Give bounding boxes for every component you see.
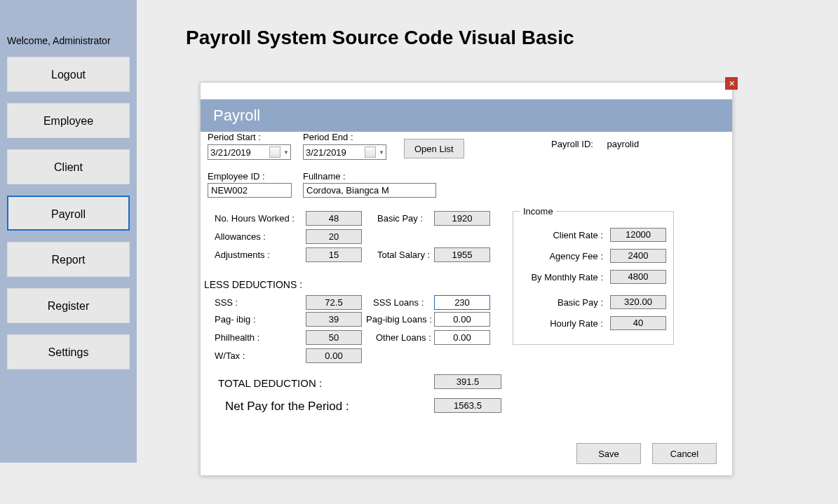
- close-icon[interactable]: ✕: [725, 77, 738, 90]
- philhealth-label: Philhealth :: [215, 332, 259, 343]
- nav-register[interactable]: Register: [7, 288, 130, 323]
- pagibig-loans-input[interactable]: [434, 312, 490, 327]
- total-salary-value: [434, 247, 490, 262]
- hours-value[interactable]: [306, 211, 362, 226]
- open-list-button[interactable]: Open List: [404, 139, 464, 158]
- actions: Save Cancel: [576, 443, 717, 464]
- nav-payroll[interactable]: Payroll: [7, 196, 130, 231]
- calendar-icon[interactable]: [269, 147, 281, 158]
- allowances-value[interactable]: [306, 229, 362, 244]
- payroll-form: Period Start : ▼ Period End : ▼ Open Lis…: [201, 132, 732, 475]
- total-deduction-value: [434, 374, 501, 389]
- netpay-value: [434, 398, 501, 413]
- sss-loans-input[interactable]: [434, 295, 490, 310]
- employee-id-input[interactable]: [208, 183, 292, 198]
- agency-fee-value: 2400: [610, 249, 666, 263]
- allowances-label: Allowances :: [215, 231, 266, 242]
- by-monthly-rate-label: By Monthly Rate :: [531, 272, 603, 282]
- nav-settings[interactable]: Settings: [7, 334, 130, 369]
- fullname-label: Fullname :: [303, 171, 436, 182]
- nav-client[interactable]: Client: [7, 149, 130, 184]
- client-rate-label: Client Rate :: [553, 230, 603, 240]
- payroll-id-label: Payroll ID:: [551, 139, 593, 149]
- nav-report[interactable]: Report: [7, 242, 130, 277]
- chevron-down-icon[interactable]: ▼: [377, 146, 386, 158]
- period-start-input[interactable]: [208, 147, 268, 158]
- employee-id-label: Employee ID :: [208, 171, 292, 182]
- netpay-label: Net Pay for the Period :: [225, 400, 349, 414]
- philhealth-value: [306, 330, 362, 345]
- nav-employee[interactable]: Employee: [7, 103, 130, 138]
- pagibig-loans-label: Pag-ibig Loans :: [366, 314, 432, 325]
- total-deduction-label: TOTAL DEDUCTION :: [218, 377, 322, 389]
- income-basic-pay-label: Basic Pay :: [557, 297, 603, 308]
- other-loans-label: Other Loans :: [376, 332, 431, 343]
- window-titlebar: ✕: [201, 83, 732, 100]
- hourly-rate-value: 40: [610, 316, 666, 330]
- payroll-window: ✕ Payroll Period Start : ▼ Period End : …: [200, 82, 733, 476]
- fullname-input[interactable]: [303, 183, 436, 198]
- payroll-id-value: payrolid: [607, 139, 640, 149]
- agency-fee-label: Agency Fee :: [549, 251, 603, 261]
- basic-pay-label: Basic Pay :: [377, 213, 423, 224]
- period-end-picker[interactable]: ▼: [303, 144, 386, 160]
- hourly-rate-label: Hourly Rate :: [550, 318, 603, 329]
- sss-loans-label: SSS Loans :: [373, 297, 424, 308]
- save-button[interactable]: Save: [576, 443, 641, 464]
- by-monthly-rate-value: 4800: [610, 270, 666, 284]
- period-end-input[interactable]: [304, 147, 363, 158]
- total-salary-label: Total Salary :: [377, 250, 430, 260]
- calendar-icon[interactable]: [365, 147, 376, 158]
- sss-label: SSS :: [215, 297, 238, 308]
- basic-pay-value: [434, 211, 490, 226]
- wtax-label: W/Tax :: [215, 350, 245, 361]
- adjustments-label: Adjustments :: [215, 250, 270, 260]
- main-area: Payroll System Source Code Visual Basic …: [137, 0, 838, 504]
- cancel-button[interactable]: Cancel: [652, 443, 717, 464]
- income-basic-pay-value: 320.00: [610, 295, 666, 309]
- other-loans-input[interactable]: [434, 330, 490, 345]
- income-legend: Income: [520, 206, 556, 217]
- period-start-label: Period Start :: [208, 132, 291, 142]
- page-title: Payroll System Source Code Visual Basic: [186, 27, 574, 49]
- wtax-value: [306, 348, 362, 363]
- hours-label: No. Hours Worked :: [215, 213, 295, 224]
- pagibig-label: Pag- ibig :: [215, 314, 256, 325]
- sss-value: [306, 295, 362, 310]
- welcome-text: Welcome, Administrator: [0, 35, 137, 57]
- less-deductions-heading: LESS DEDUCTIONS :: [204, 279, 302, 290]
- chevron-down-icon[interactable]: ▼: [282, 146, 290, 158]
- income-group: Income Client Rate : 12000 Agency Fee : …: [513, 206, 674, 345]
- client-rate-value: 12000: [610, 228, 666, 242]
- sidebar: Welcome, Administrator Logout Employee C…: [0, 0, 137, 463]
- nav-logout[interactable]: Logout: [7, 57, 130, 92]
- window-header: Payroll: [201, 100, 732, 132]
- period-start-picker[interactable]: ▼: [208, 144, 291, 160]
- period-end-label: Period End :: [303, 132, 386, 142]
- adjustments-value[interactable]: [306, 247, 362, 262]
- pagibig-value: [306, 312, 362, 327]
